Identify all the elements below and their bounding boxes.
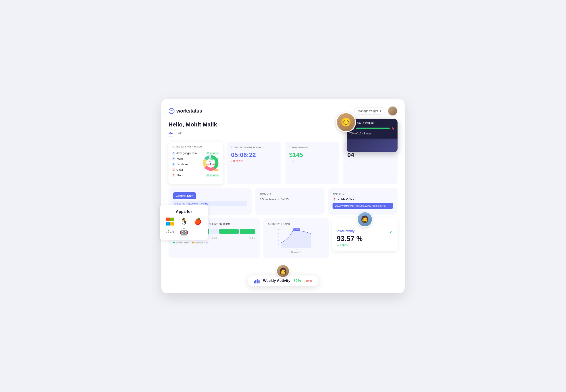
graph-x-label: Thu Jul 30 — [268, 251, 324, 253]
timeline-legend: Screen Time Manual Time — [173, 241, 255, 244]
person-avatar-2: 🧔 — [357, 211, 373, 227]
time-off-text: 8.5 hrs leave on Jul 25. — [260, 198, 320, 201]
windows-icon — [166, 218, 174, 225]
location-icon: 📍 — [332, 198, 336, 201]
donut-chart: ⌨ 👤 — [202, 154, 220, 172]
svg-text:60: 60 — [278, 236, 279, 238]
android-icon: 🤖 — [179, 227, 188, 236]
svg-rect-26 — [257, 279, 258, 283]
arrow-down-icon-red: ↓ — [304, 279, 305, 282]
apps-grid: 🐧 🍎 iOS 🤖 — [164, 218, 204, 236]
worked-today-label: TOTAL WORKED TODAY — [231, 146, 277, 149]
logo-text: workstatus — [177, 108, 202, 114]
screen-time-dot — [173, 242, 175, 243]
svg-text:100: 100 — [278, 229, 280, 230]
earned-value: $145 — [289, 152, 335, 158]
projects-value: 04 — [347, 152, 393, 158]
ios-icon: iOS — [166, 228, 174, 234]
logo: workstatus — [168, 108, 202, 114]
list-item: S Slack Productive — [172, 173, 220, 178]
apps-card: Apps for 🐧 🍎 iOS 🤖 — [160, 205, 208, 240]
productivity-value: 93.57 % — [337, 235, 363, 243]
svg-text:0: 0 — [278, 247, 278, 249]
job-site-card: JOB SITE 📍 Noida Office 2972 Westheimer … — [328, 188, 398, 215]
productivity-label: Productivity — [337, 229, 363, 233]
third-row: Apps for 🐧 🍎 iOS 🤖 — [168, 218, 398, 258]
productivity-change: ▲ 2.37% — [337, 244, 363, 247]
svg-rect-27 — [259, 280, 260, 283]
svg-text:80: 80 — [278, 232, 279, 234]
weekly-activity-green: 80% — [293, 279, 301, 283]
weekly-activity-red: ↓ 05% — [304, 279, 312, 282]
slack-icon: S — [172, 174, 175, 177]
worked-today-sub: ↓ 03:52:54 — [231, 159, 277, 163]
activity-graph-svg: 100 80 60 40 20 0 — [268, 228, 324, 250]
person-avatar-3: 👩 — [276, 265, 290, 278]
bar-chart-icon — [254, 278, 260, 283]
activity-today-label: TOTAL ACTIVITY TODAY — [172, 145, 220, 148]
screenshot-time-range: 10:50 am - 11:00 am — [349, 122, 395, 125]
total-earned-card: TOTAL EARNED $145 → 0 — [285, 142, 339, 184]
activity-today-card: TOTAL ACTIVITY TODAY G drive.google.com … — [168, 142, 223, 184]
header: workstatus Manage Widget ▾ — [168, 106, 398, 116]
apple-icon: 🍎 — [194, 218, 202, 225]
manage-widget-button[interactable]: Manage Widget ▾ — [354, 107, 385, 114]
weekly-activity-label: Weekly Activity — [263, 279, 290, 283]
screenshot-activity-label: 76% of 10 minutes — [349, 132, 395, 135]
dashboard: workstatus Manage Widget ▾ 10:50 am - 11… — [161, 99, 405, 293]
status-badge: Productive — [206, 174, 220, 177]
job-site-label: JOB SITE — [332, 192, 393, 195]
header-right: Manage Widget ▾ — [354, 106, 398, 116]
svg-point-0 — [169, 108, 174, 114]
apps-title: Apps for — [164, 209, 204, 214]
earned-sub: → 0 — [289, 159, 335, 163]
total-worked-card: TOTAL WORKED TODAY 05:06:22 ↓ 03:52:54 — [227, 142, 281, 184]
svg-rect-25 — [255, 280, 256, 283]
tab-me[interactable]: Me — [168, 132, 173, 136]
activity-graph-card: ACTIVITY GRAPH 100 80 60 40 20 0 — [263, 218, 329, 258]
drive-icon: G — [172, 152, 175, 155]
logo-icon — [168, 108, 175, 114]
trend-icon — [388, 229, 393, 235]
svg-text:Thu: Thu — [295, 249, 298, 250]
worked-today-value: 05:06:22 — [231, 152, 277, 158]
time-off-label: TIME OFF — [260, 192, 320, 195]
jobsite-location: 📍 Noida Office — [332, 198, 393, 201]
earned-label: TOTAL EARNED — [289, 146, 335, 149]
word-icon: W — [172, 157, 175, 160]
svg-text:~90%: ~90% — [295, 229, 298, 230]
svg-text:⌨: ⌨ — [209, 161, 212, 163]
svg-rect-24 — [254, 281, 255, 283]
chevron-down-icon: ▾ — [380, 109, 381, 112]
projects-sub: → 0 — [347, 159, 393, 163]
activity-graph-label: ACTIVITY GRAPH — [268, 223, 324, 225]
svg-text:20: 20 — [278, 243, 279, 245]
arrow-down-icon: ↓ — [231, 159, 232, 163]
svg-text:👤: 👤 — [209, 163, 211, 165]
avatar — [388, 106, 398, 116]
mouse-icon: 🖱 — [391, 126, 395, 130]
time-off-card: TIME OFF 8.5 hrs leave on Jul 25. — [255, 188, 325, 215]
profile-avatar-main: 😊 — [336, 112, 356, 132]
manual-time-dot — [192, 242, 194, 243]
gmail-icon: M — [172, 168, 175, 171]
facebook-icon: f — [172, 163, 175, 166]
svg-text:40: 40 — [278, 240, 279, 241]
linux-icon: 🐧 — [180, 218, 188, 225]
shift-tag: General Shift — [173, 192, 196, 199]
jobsite-address: 2972 Westheimer Rd. Santa Ana, Illinois … — [332, 203, 393, 209]
tab-all[interactable]: All — [178, 132, 181, 136]
